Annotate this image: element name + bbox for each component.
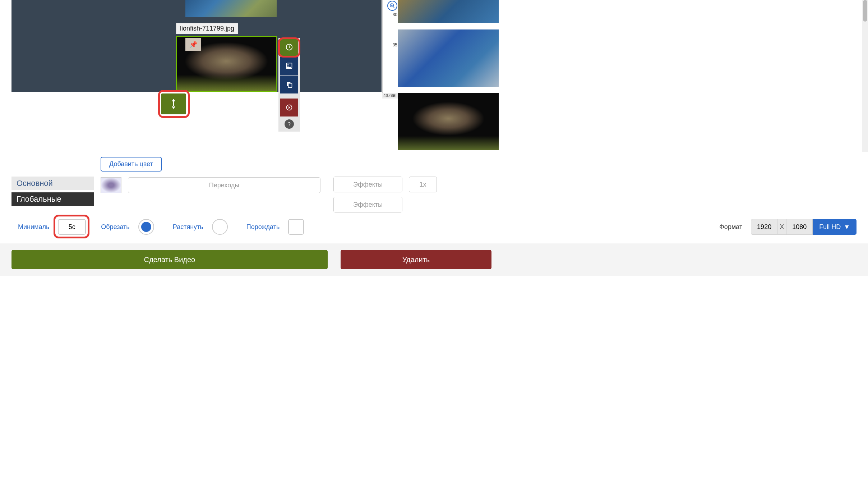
width-input[interactable] (751, 219, 777, 235)
resolution-preset-dropdown[interactable]: Full HD ▼ (813, 219, 857, 235)
copy-icon (286, 81, 293, 88)
dimension-separator: X (777, 219, 786, 235)
radio-dot-icon (141, 222, 151, 232)
copy-button[interactable] (280, 76, 298, 93)
side-thumbnail[interactable] (398, 0, 499, 23)
scrollbar[interactable] (862, 0, 868, 152)
min-duration-input[interactable] (58, 219, 86, 235)
arrows-vertical-icon (170, 99, 177, 109)
svg-point-2 (287, 64, 288, 65)
time-button[interactable] (280, 38, 298, 56)
effects-global-select[interactable]: Эффекты (333, 197, 402, 212)
scope-main[interactable]: Основной (11, 177, 94, 190)
stretch-radio[interactable] (212, 219, 228, 235)
settings-row-1: Основной Глобальные Переходы Эффекты 1x … (11, 177, 857, 212)
footer-actions: Сделать Видео Удалить (0, 243, 868, 276)
timeline-ruler: 30 35 (382, 0, 398, 97)
format-label: Формат (719, 223, 742, 231)
delete-button[interactable]: Удалить (341, 250, 491, 269)
image-icon (286, 62, 293, 69)
pattern-swatch[interactable] (101, 177, 121, 193)
scope-global[interactable]: Глобальные (11, 192, 94, 206)
ruler-tick: 35 (393, 42, 397, 47)
prev-clip-thumbnail[interactable] (185, 0, 277, 17)
effects-select[interactable]: Эффекты (333, 177, 402, 192)
add-color-button[interactable]: Добавить цвет (101, 157, 162, 172)
help-button[interactable]: ? (285, 119, 294, 129)
editor-canvas: lionfish-711799.jpg 📌 ? 30 35 43.6 (0, 0, 868, 152)
settings-row-2: Минималь Обрезать Растянуть Порождать Фо… (11, 219, 857, 235)
make-video-button[interactable]: Сделать Видео (11, 250, 328, 269)
timestamp-label: 43.666 (382, 93, 398, 99)
svg-rect-4 (288, 83, 292, 88)
clip-filename-tooltip: lionfish-711799.jpg (176, 23, 238, 34)
close-circle-icon (286, 104, 293, 111)
side-thumbnail[interactable] (398, 93, 499, 150)
image-button[interactable] (280, 57, 298, 75)
spawn-checkbox[interactable] (288, 219, 304, 235)
speed-select[interactable]: 1x (409, 177, 437, 192)
move-vertical-button[interactable] (161, 93, 186, 114)
pin-button[interactable]: 📌 (185, 38, 201, 51)
clock-icon (285, 43, 293, 51)
scrollbar-thumb[interactable] (863, 0, 867, 22)
transitions-select[interactable]: Переходы (128, 177, 320, 193)
ruler-tick: 30 (393, 12, 397, 17)
height-input[interactable] (786, 219, 813, 235)
remove-button[interactable] (280, 99, 298, 116)
spawn-label: Порождать (246, 223, 280, 231)
scope-labels: Основной Глобальные (11, 177, 94, 206)
question-icon: ? (288, 121, 291, 127)
crop-label: Обрезать (101, 223, 129, 231)
caret-down-icon: ▼ (844, 223, 850, 231)
side-thumbnail[interactable] (398, 29, 499, 87)
preset-label: Full HD (819, 223, 841, 231)
clip-toolbar: ? (278, 38, 300, 132)
pin-icon: 📌 (189, 41, 197, 49)
controls-panel: Добавить цвет Основной Глобальные Перехо… (0, 152, 868, 237)
stretch-label: Растянуть (173, 223, 203, 231)
min-duration-label: Минималь (18, 223, 49, 231)
crop-radio[interactable] (138, 219, 154, 235)
